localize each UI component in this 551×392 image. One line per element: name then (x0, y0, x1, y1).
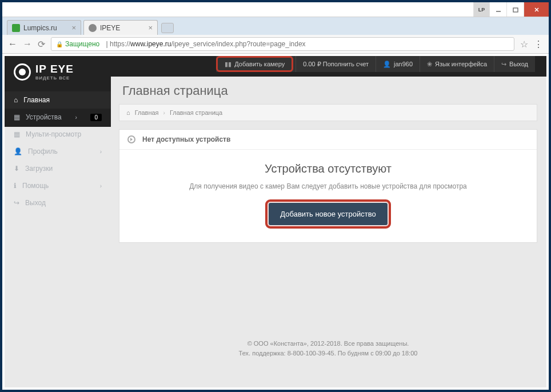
sidebar-item-exit[interactable]: ↪Выход (5, 194, 111, 211)
chevron-right-icon: › (163, 110, 165, 116)
main-area: Главная страница ⌂ Главная › Главная стр… (111, 77, 546, 362)
tab-close-icon[interactable]: × (148, 23, 153, 32)
home-icon: ⌂ (126, 109, 130, 116)
panel-header: Нет доступных устройств (119, 130, 537, 150)
user-icon: 👤 (383, 61, 391, 68)
tab-lumpics[interactable]: Lumpics.ru × (7, 20, 81, 35)
secure-label: Защищено (65, 40, 99, 48)
panel-header-text: Нет доступных устройств (142, 135, 230, 143)
tab-label: Lumpics.ru (23, 24, 57, 32)
info-icon: ℹ (14, 182, 17, 190)
favicon-icon (12, 24, 20, 32)
breadcrumb-item: Главная страница (170, 109, 222, 116)
logo-subtitle: ВИДЕТЬ ВСЕ (35, 75, 74, 81)
play-circle-icon (127, 135, 135, 143)
sidebar-item-downloads[interactable]: ⬇Загрузки (5, 160, 111, 177)
window-close-button[interactable] (524, 2, 549, 17)
grid-icon: ▦ (14, 130, 20, 138)
sidebar-item-home[interactable]: ⌂Главная (5, 91, 111, 109)
tab-label: IPEYE (100, 24, 120, 32)
page-content: IP EYE ВИДЕТЬ ВСЕ ▮▮Добавить камеру 0.00… (5, 56, 546, 387)
minimize-button[interactable] (489, 2, 506, 17)
devices-panel: Нет доступных устройств Устройства отсут… (119, 129, 537, 243)
chevron-right-icon: › (100, 149, 102, 155)
add-device-button[interactable]: Добавить новое устройство (269, 203, 387, 225)
bookmark-star-icon[interactable]: ☆ (520, 39, 528, 50)
lock-icon: 🔒 (56, 41, 63, 47)
support-text: Тех. поддержка: 8-800-100-39-45. По будн… (119, 349, 537, 358)
forward-button[interactable]: → (23, 39, 32, 49)
browser-window: LP Lumpics.ru × IPEYE × ← → ⟳ 🔒 Защищено… (0, 0, 551, 392)
balance-button[interactable]: 0.00 ₽ Пополнить счет (296, 56, 376, 72)
exit-icon: ↪ (14, 199, 19, 207)
browser-tabstrip: Lumpics.ru × IPEYE × (2, 17, 549, 35)
globe-icon: ❀ (427, 61, 432, 68)
page-footer: © ООО «Константа», 2012-2018. Все права … (119, 334, 537, 362)
copyright-text: © ООО «Константа», 2012-2018. Все права … (119, 339, 537, 349)
user-button[interactable]: 👤jan960 (376, 56, 420, 72)
language-button[interactable]: ❀Язык интерфейса (420, 56, 494, 72)
breadcrumb: ⌂ Главная › Главная страница (119, 104, 537, 121)
sidebar-item-help[interactable]: ℹПомощь› (5, 177, 111, 194)
tab-ipeye[interactable]: IPEYE × (83, 20, 158, 35)
sidebar-item-multiview[interactable]: ▦Мульти-просмотр (5, 126, 111, 143)
top-actions: ▮▮Добавить камеру 0.00 ₽ Пополнить счет … (216, 56, 535, 72)
window-titlebar: LP (2, 2, 549, 17)
devices-count-badge: 0 (90, 114, 102, 121)
add-camera-button[interactable]: ▮▮Добавить камеру (216, 56, 293, 72)
sidebar: ⌂Главная ▦Устройства›0 ▦Мульти-просмотр … (5, 91, 111, 127)
logout-button[interactable]: ↪Выход (494, 56, 535, 72)
chevron-right-icon: › (75, 114, 77, 121)
tab-close-icon[interactable]: × (71, 23, 76, 32)
panel-body: Устройства отсутствуют Для получения вид… (119, 150, 537, 242)
user-icon: 👤 (14, 147, 22, 155)
app-logo[interactable]: IP EYE ВИДЕТЬ ВСЕ (14, 63, 74, 81)
logo-text: IP EYE (35, 63, 74, 75)
url-separator: | (104, 40, 110, 48)
sidebar-item-devices[interactable]: ▦Устройства›0 (5, 109, 111, 126)
home-icon: ⌂ (14, 96, 18, 104)
back-button[interactable]: ← (8, 39, 17, 49)
lp-indicator: LP (473, 2, 489, 17)
empty-state-title: Устройства отсутствуют (131, 162, 525, 175)
chevron-right-icon: › (100, 183, 102, 189)
grid-icon: ▦ (14, 113, 20, 121)
reload-button[interactable]: ⟳ (38, 39, 45, 50)
maximize-button[interactable] (506, 2, 524, 17)
svg-rect-1 (513, 8, 518, 12)
exit-icon: ↪ (501, 61, 506, 68)
url-path: /ipeye_service/index.php?route=page_inde… (171, 40, 305, 48)
browser-toolbar: ← → ⟳ 🔒 Защищено | https:// www.ipeye.ru… (2, 35, 549, 54)
url-protocol: https:// (110, 40, 130, 48)
new-tab-button[interactable] (161, 23, 174, 33)
url-domain: www.ipeye.ru (130, 40, 171, 48)
breadcrumb-item[interactable]: Главная (135, 109, 159, 116)
eye-icon (14, 63, 31, 81)
sidebar-item-profile[interactable]: 👤Профиль› (5, 143, 111, 160)
page-title: Главная страница (122, 83, 537, 98)
favicon-icon (89, 24, 97, 32)
download-icon: ⬇ (14, 165, 19, 173)
browser-menu-button[interactable]: ⋮ (534, 39, 543, 50)
app-header: IP EYE ВИДЕТЬ ВСЕ ▮▮Добавить камеру 0.00… (5, 56, 546, 127)
empty-state-description: Для получения видео с камер Вам следует … (131, 182, 525, 190)
address-bar[interactable]: 🔒 Защищено | https:// www.ipeye.ru /ipey… (51, 37, 514, 51)
camera-icon: ▮▮ (225, 61, 231, 68)
